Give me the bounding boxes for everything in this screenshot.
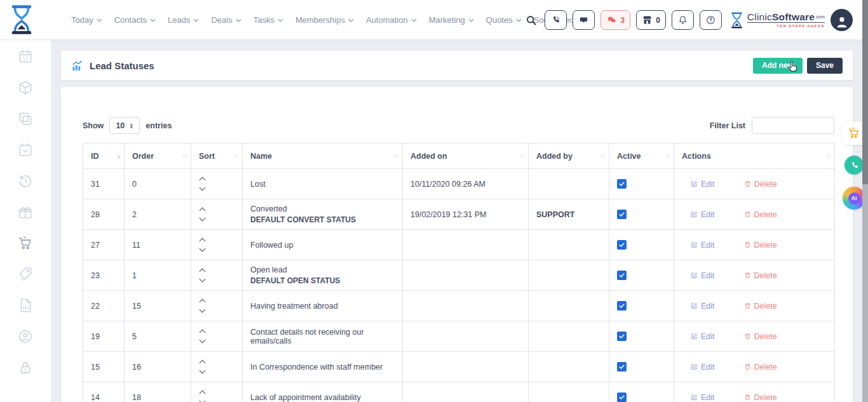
active-checkbox[interactable] [617,240,627,250]
sidebar-item-tags[interactable] [17,266,34,283]
delete-button[interactable]: Delete [744,393,777,402]
move-down-icon[interactable] [200,307,206,313]
save-button[interactable]: Save [807,58,843,74]
active-checkbox[interactable] [617,301,627,311]
delete-button[interactable]: Delete [744,363,777,372]
edit-button[interactable]: Edit [691,180,715,189]
nav-item-label: Marketing [429,15,465,25]
trash-icon [744,363,751,370]
inbox-button[interactable] [573,10,595,30]
move-down-icon[interactable] [200,246,206,252]
nav-item-today[interactable]: Today [71,15,102,25]
active-checkbox[interactable] [617,210,627,219]
active-checkbox[interactable] [617,332,627,341]
edit-button[interactable]: Edit [691,241,715,250]
filter-input[interactable] [752,117,834,134]
sidebar-item-history[interactable] [17,173,34,189]
sort-arrows-icon[interactable]: ↑↓ [826,153,831,159]
sidebar-item-lock[interactable] [17,359,34,376]
move-up-icon[interactable] [200,391,206,397]
move-up-icon[interactable] [200,238,206,245]
edit-button[interactable]: Edit [691,332,715,341]
column-header-sort[interactable]: Sort↑↓ [191,144,243,169]
store-button[interactable]: 0 [636,10,666,30]
column-label: Active [617,152,641,161]
nav-item-marketing[interactable]: Marketing [429,15,474,25]
cell-id: 19 [91,332,100,341]
nav-item-automation[interactable]: Automation [366,15,417,25]
sort-arrows-icon[interactable]: ↑↓ [116,153,120,159]
column-header-id[interactable]: ID↑↓ [83,144,125,169]
move-up-icon[interactable] [200,269,206,275]
column-header-actions[interactable]: Actions↑↓ [674,144,835,169]
clinicsoftware-logo-icon[interactable] [10,4,34,35]
move-down-icon[interactable] [200,398,206,402]
column-header-name[interactable]: Name↑↓ [243,144,403,169]
sidebar-item-calendar[interactable]: 12 [17,48,34,65]
move-up-icon[interactable] [200,330,206,336]
delete-button[interactable]: Delete [744,241,777,250]
delete-button[interactable]: Delete [744,332,777,341]
nav-item-quotes[interactable]: Quotes [486,15,522,25]
sidebar-item-cart[interactable] [17,235,34,251]
move-down-icon[interactable] [200,215,206,222]
edit-button[interactable]: Edit [691,302,715,311]
cart-icon [847,126,860,140]
move-up-icon[interactable] [200,208,206,214]
move-up-icon[interactable] [200,299,206,305]
clinicsoftware-brand[interactable]: ClinicSoftware.com TEN STEPS AHEAD [730,11,825,29]
delete-button[interactable]: Delete [744,271,777,280]
active-checkbox[interactable] [617,362,627,372]
delete-button[interactable]: Delete [744,210,777,219]
phone-calls-button[interactable] [545,10,567,30]
column-header-added-on[interactable]: Added on↑↓ [403,144,529,169]
entries-select[interactable]: 10 ▲▼ [109,117,140,134]
move-down-icon[interactable] [200,368,206,374]
move-up-icon[interactable] [200,360,206,366]
sidebar-item-gift[interactable] [17,204,34,220]
column-header-added-by[interactable]: Added by↑↓ [529,144,609,169]
sidebar-item-report[interactable] [17,297,34,314]
table-row: 1418Lack of appointment availabilityEdit… [83,382,835,402]
sort-arrows-icon[interactable]: ↑↓ [665,153,670,159]
nav-item-contacts[interactable]: Contacts [114,15,156,25]
move-up-icon[interactable] [200,177,206,184]
chat-notifications-button[interactable]: 3 [600,10,630,30]
cell-added-on: 19/02/2019 12:31 PM [410,210,487,219]
nav-item-memberships[interactable]: Memberships [295,15,354,25]
delete-button[interactable]: Delete [744,302,777,311]
sort-arrows-icon[interactable]: ↑↓ [520,153,524,159]
search-icon[interactable] [525,14,538,27]
notifications-button[interactable] [672,10,694,30]
delete-button[interactable]: Delete [744,180,777,189]
active-checkbox[interactable] [617,392,627,402]
sort-arrows-icon[interactable]: ↑↓ [182,153,187,159]
help-button[interactable] [700,10,722,30]
nav-item-leads[interactable]: Leads [168,15,199,25]
edit-button[interactable]: Edit [691,393,715,402]
sidebar-item-calendar-check[interactable] [17,142,34,158]
edit-button[interactable]: Edit [691,363,715,372]
window-scrollbar-track[interactable] [862,0,868,402]
move-down-icon[interactable] [200,185,206,191]
sidebar-item-copy[interactable] [17,111,34,127]
sidebar-item-package[interactable] [17,79,34,96]
edit-button[interactable]: Edit [691,271,715,280]
move-down-icon[interactable] [200,337,206,344]
active-checkbox[interactable] [617,271,627,280]
sort-arrows-icon[interactable]: ↑↓ [600,153,605,159]
sort-arrows-icon[interactable]: ↑↓ [234,153,238,159]
sidebar-item-account[interactable] [17,328,34,345]
floating-phone-button[interactable] [844,156,864,175]
user-avatar[interactable] [831,9,853,31]
nav-item-tasks[interactable]: Tasks [254,15,283,25]
edit-button[interactable]: Edit [691,210,715,219]
add-new-button[interactable]: Add new [753,58,803,74]
active-checkbox[interactable] [617,179,627,189]
move-down-icon[interactable] [200,276,206,283]
window-scrollbar-thumb[interactable] [862,0,868,184]
column-header-order[interactable]: Order↑↓ [125,144,191,169]
sort-arrows-icon[interactable]: ↑↓ [394,153,398,159]
nav-item-deals[interactable]: Deals [211,15,241,25]
column-header-active[interactable]: Active↑↓ [609,144,674,169]
